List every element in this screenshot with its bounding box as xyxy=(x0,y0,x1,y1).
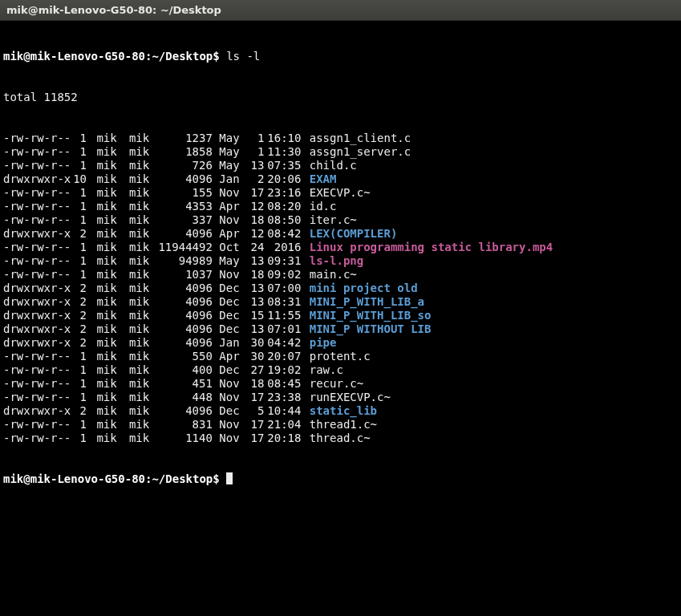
file-day: 1 xyxy=(245,132,264,145)
file-name: thread.c~ xyxy=(310,432,371,444)
file-group: mik xyxy=(129,309,155,322)
file-size: 4096 xyxy=(155,309,213,322)
file-size: 4096 xyxy=(155,227,213,241)
file-name: mini project old xyxy=(310,282,418,294)
file-permissions: -rw-rw-r-- xyxy=(3,432,67,445)
file-links: 1 xyxy=(67,145,87,159)
file-size: 337 xyxy=(155,213,213,227)
file-owner: mik xyxy=(96,186,122,200)
file-links: 1 xyxy=(67,254,87,268)
file-permissions: drwxrwxr-x xyxy=(3,309,67,322)
cursor xyxy=(226,472,233,484)
file-group: mik xyxy=(129,377,155,391)
file-row: -rw-rw-r--1 mik mik1140 Nov1720:18 threa… xyxy=(3,432,678,445)
file-month: Nov xyxy=(219,391,245,404)
file-owner: mik xyxy=(96,200,122,213)
file-name: ls-l.png xyxy=(310,254,363,267)
window-title: mik@mik-Lenovo-G50-80: ~/Desktop xyxy=(6,4,221,16)
file-size: 4096 xyxy=(155,322,213,336)
file-permissions: -rw-rw-r-- xyxy=(3,132,67,145)
file-month: Jan xyxy=(219,172,245,186)
file-time: 23:38 xyxy=(264,391,302,404)
file-time: 07:35 xyxy=(264,159,302,172)
file-size: 726 xyxy=(155,159,213,172)
file-row: -rw-rw-r--1 mik mik451 Nov1808:45 recur.… xyxy=(3,377,678,391)
window-titlebar[interactable]: mik@mik-Lenovo-G50-80: ~/Desktop xyxy=(0,0,681,21)
file-month: Dec xyxy=(219,404,245,418)
file-owner: mik xyxy=(96,432,122,445)
file-name: iter.c~ xyxy=(310,213,357,226)
file-month: Nov xyxy=(219,268,245,282)
shell-prompt: mik@mik-Lenovo-G50-80:~/Desktop$ xyxy=(3,472,226,485)
file-group: mik xyxy=(129,404,155,418)
file-name: EXAM xyxy=(310,172,337,185)
file-size: 451 xyxy=(155,377,213,391)
file-row: -rw-rw-r--1 mik mik4353 Apr1208:20 id.c xyxy=(3,200,678,213)
file-links: 1 xyxy=(67,363,87,377)
file-day: 24 xyxy=(245,241,264,254)
file-owner: mik xyxy=(96,391,122,404)
file-time: 08:50 xyxy=(264,213,302,227)
file-month: Apr xyxy=(219,350,245,363)
file-name: assgn1_server.c xyxy=(310,145,411,158)
file-group: mik xyxy=(129,350,155,363)
file-permissions: -rw-rw-r-- xyxy=(3,391,67,404)
file-day: 15 xyxy=(245,309,264,322)
file-permissions: drwxrwxr-x xyxy=(3,336,67,350)
file-month: Dec xyxy=(219,295,245,309)
file-group: mik xyxy=(129,282,155,295)
file-day: 13 xyxy=(245,295,264,309)
file-time: 21:04 xyxy=(264,418,302,432)
file-row: -rw-rw-r--1 mik mik831 Nov1721:04 thread… xyxy=(3,418,678,432)
file-owner: mik xyxy=(96,295,122,309)
file-permissions: -rw-rw-r-- xyxy=(3,186,67,200)
file-permissions: drwxrwxr-x xyxy=(3,295,67,309)
file-size: 11944492 xyxy=(155,241,213,254)
file-row: -rw-rw-r--1 mik mik1037 Nov1809:02 main.… xyxy=(3,268,678,282)
file-time: 09:02 xyxy=(264,268,302,282)
file-group: mik xyxy=(129,363,155,377)
prompt-line: mik@mik-Lenovo-G50-80:~/Desktop$ xyxy=(3,472,678,486)
file-month: Nov xyxy=(219,377,245,391)
file-time: 07:00 xyxy=(264,282,302,295)
file-time: 20:18 xyxy=(264,432,302,445)
file-time: 10:44 xyxy=(264,404,302,418)
file-day: 17 xyxy=(245,186,264,200)
file-links: 2 xyxy=(67,309,87,322)
file-size: 4096 xyxy=(155,282,213,295)
file-group: mik xyxy=(129,418,155,432)
file-group: mik xyxy=(129,322,155,336)
file-permissions: -rw-rw-r-- xyxy=(3,213,67,227)
file-size: 1140 xyxy=(155,432,213,445)
file-owner: mik xyxy=(96,282,122,295)
file-day: 13 xyxy=(245,254,264,268)
file-permissions: -rw-rw-r-- xyxy=(3,363,67,377)
file-name: main.c~ xyxy=(310,268,357,281)
file-size: 831 xyxy=(155,418,213,432)
file-links: 1 xyxy=(67,377,87,391)
file-links: 2 xyxy=(67,404,87,418)
file-time: 11:55 xyxy=(264,309,302,322)
file-row: -rw-rw-r--1 mik mik11944492 Oct24 2016 L… xyxy=(3,241,678,254)
total-line: total 11852 xyxy=(3,91,678,104)
file-group: mik xyxy=(129,432,155,445)
file-owner: mik xyxy=(96,227,122,241)
file-owner: mik xyxy=(96,254,122,268)
file-owner: mik xyxy=(96,322,122,336)
file-links: 1 xyxy=(67,132,87,145)
file-group: mik xyxy=(129,172,155,186)
file-size: 94989 xyxy=(155,254,213,268)
file-links: 2 xyxy=(67,227,87,241)
file-name: LEX(COMPILER) xyxy=(310,227,398,240)
file-row: -rw-rw-r--1 mik mik1858 May111:30 assgn1… xyxy=(3,145,678,159)
file-month: Dec xyxy=(219,282,245,295)
file-group: mik xyxy=(129,336,155,350)
file-owner: mik xyxy=(96,213,122,227)
file-time: 08:20 xyxy=(264,200,302,213)
terminal-viewport[interactable]: mik@mik-Lenovo-G50-80:~/Desktop$ ls -l t… xyxy=(0,21,681,501)
file-row: drwxrwxr-x2 mik mik4096 Dec1307:00 mini … xyxy=(3,282,678,295)
file-row: drwxrwxr-x2 mik mik4096 Dec1308:31 MINI_… xyxy=(3,295,678,309)
file-size: 400 xyxy=(155,363,213,377)
file-row: drwxrwxr-x2 mik mik4096 Dec1511:55 MINI_… xyxy=(3,309,678,322)
file-row: -rw-rw-r--1 mik mik400 Dec2719:02 raw.c xyxy=(3,363,678,377)
